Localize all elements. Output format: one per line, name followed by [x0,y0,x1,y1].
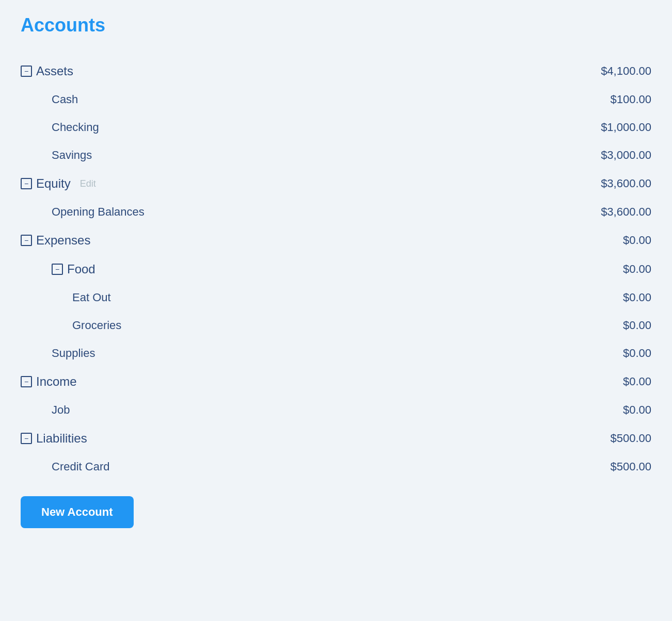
account-amount-food: $0.00 [623,263,651,276]
account-amount-job: $0.00 [623,403,651,417]
account-amount-liabilities: $500.00 [610,432,651,445]
page-title: Accounts [21,14,651,36]
account-name-opening-balances: Opening Balances [52,205,145,219]
account-row-checking[interactable]: Checking$1,000.00 [21,113,651,141]
account-name-supplies: Supplies [52,347,95,360]
account-amount-equity: $3,600.00 [601,177,651,190]
account-amount-supplies: $0.00 [623,347,651,360]
collapse-icon-assets[interactable]: − [21,66,32,77]
account-amount-eat-out: $0.00 [623,291,651,304]
account-name-liabilities: Liabilities [36,431,87,446]
account-row-cash[interactable]: Cash$100.00 [21,86,651,113]
account-name-job: Job [52,403,70,417]
account-row-equity[interactable]: −EquityEdit$3,600.00 [21,169,651,198]
collapse-icon-expenses[interactable]: − [21,235,32,246]
account-row-eat-out[interactable]: Eat Out$0.00 [21,284,651,312]
account-row-food[interactable]: −Food$0.00 [21,255,651,284]
page-container: Accounts −Assets$4,100.00Cash$100.00Chec… [0,0,672,559]
collapse-icon-equity[interactable]: − [21,178,32,189]
account-name-eat-out: Eat Out [72,291,111,304]
account-name-cash: Cash [52,93,78,106]
account-amount-checking: $1,000.00 [601,121,651,134]
account-name-expenses: Expenses [36,233,90,248]
account-amount-income: $0.00 [623,375,651,388]
account-amount-cash: $100.00 [610,93,651,106]
edit-link-equity[interactable]: Edit [80,178,96,189]
accounts-list: −Assets$4,100.00Cash$100.00Checking$1,00… [21,57,651,481]
account-amount-assets: $4,100.00 [601,64,651,78]
account-name-credit-card: Credit Card [52,460,109,473]
collapse-icon-food[interactable]: − [52,264,63,275]
account-name-groceries: Groceries [72,319,121,332]
account-name-savings: Savings [52,149,92,162]
account-name-food: Food [67,262,95,276]
collapse-icon-liabilities[interactable]: − [21,433,32,444]
account-amount-credit-card: $500.00 [610,460,651,473]
collapse-icon-income[interactable]: − [21,376,32,387]
account-row-expenses[interactable]: −Expenses$0.00 [21,226,651,255]
account-row-credit-card[interactable]: Credit Card$500.00 [21,453,651,481]
account-row-savings[interactable]: Savings$3,000.00 [21,141,651,169]
account-amount-savings: $3,000.00 [601,149,651,162]
account-amount-opening-balances: $3,600.00 [601,205,651,219]
account-name-checking: Checking [52,121,99,134]
account-row-job[interactable]: Job$0.00 [21,396,651,424]
account-name-assets: Assets [36,64,73,78]
account-amount-groceries: $0.00 [623,319,651,332]
account-row-groceries[interactable]: Groceries$0.00 [21,312,651,339]
account-row-supplies[interactable]: Supplies$0.00 [21,339,651,367]
account-row-assets[interactable]: −Assets$4,100.00 [21,57,651,86]
account-amount-expenses: $0.00 [623,234,651,247]
account-name-income: Income [36,374,77,389]
account-row-opening-balances[interactable]: Opening Balances$3,600.00 [21,198,651,226]
new-account-button[interactable]: New Account [21,496,134,528]
account-name-equity: Equity [36,176,71,191]
account-row-income[interactable]: −Income$0.00 [21,367,651,396]
account-row-liabilities[interactable]: −Liabilities$500.00 [21,424,651,453]
